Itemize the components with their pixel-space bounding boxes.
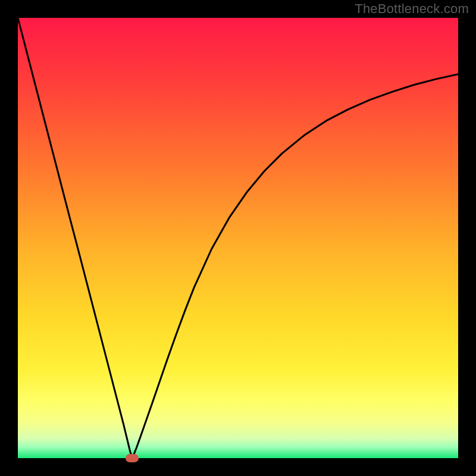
optimum-marker	[126, 454, 139, 462]
gradient-background	[18, 18, 458, 458]
watermark-text: TheBottleneck.com	[355, 1, 469, 17]
bottleneck-chart	[18, 18, 458, 458]
chart-frame: TheBottleneck.com	[0, 0, 476, 476]
plot-area	[18, 18, 458, 458]
